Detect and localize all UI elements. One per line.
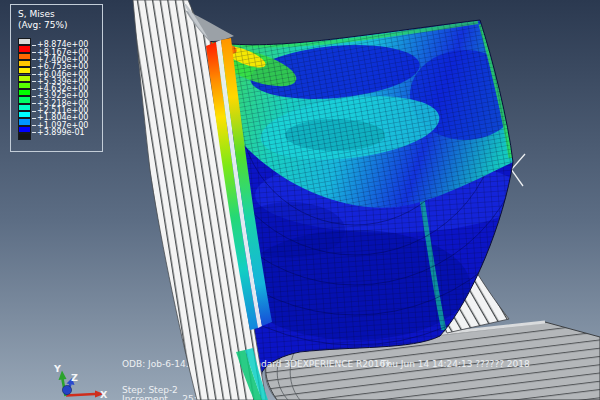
- legend-tick: [32, 125, 36, 126]
- legend-tick: [32, 96, 36, 97]
- legend-tick: [32, 132, 36, 133]
- legend-swatch: [18, 118, 31, 125]
- legend-swatch: [18, 53, 31, 60]
- legend-tick: [32, 45, 36, 46]
- y-axis-label: Y: [53, 363, 61, 374]
- legend-tick: [32, 89, 36, 90]
- legend-swatch: [18, 133, 31, 140]
- z-axis-label: Z: [71, 372, 78, 383]
- legend-swatch: [18, 82, 31, 89]
- legend-tick: [32, 74, 36, 75]
- legend-tick: [32, 67, 36, 68]
- legend-tick: [32, 52, 36, 53]
- x-axis-label: X: [100, 389, 108, 400]
- legend-swatch: [18, 89, 31, 96]
- legend-swatch: [18, 60, 31, 67]
- abaqus-viewport: ODB: Job-6-14.odb Abaqus/Standard 3DEXPE…: [0, 0, 600, 400]
- legend-subtitle: (Avg: 75%): [18, 20, 68, 30]
- legend-swatch: [18, 75, 31, 82]
- legend-swatch: [18, 111, 31, 118]
- legend-swatch: [18, 104, 31, 111]
- legend-swatch: [18, 38, 31, 45]
- legend-title: S, Mises: [18, 9, 55, 19]
- contour-legend: S, Mises (Avg: 75%) +8.874e+00+8.167e+00…: [10, 4, 103, 152]
- legend-tick: [32, 111, 36, 112]
- legend-tick: [32, 103, 36, 104]
- legend-tick: [32, 81, 36, 82]
- datetime-label: Thu Jun 14 14:24:13 ?????? 2018: [380, 359, 530, 369]
- legend-value: +3.899e-01: [37, 129, 85, 137]
- legend-swatch: [18, 67, 31, 74]
- triad-origin-sphere: [62, 385, 71, 394]
- legend-tick: [32, 59, 36, 60]
- x-axis-arrow: [66, 394, 95, 396]
- legend-swatch: [18, 45, 31, 52]
- legend-swatch: [18, 96, 31, 103]
- legend-swatch: [18, 126, 31, 133]
- legend-tick: [32, 118, 36, 119]
